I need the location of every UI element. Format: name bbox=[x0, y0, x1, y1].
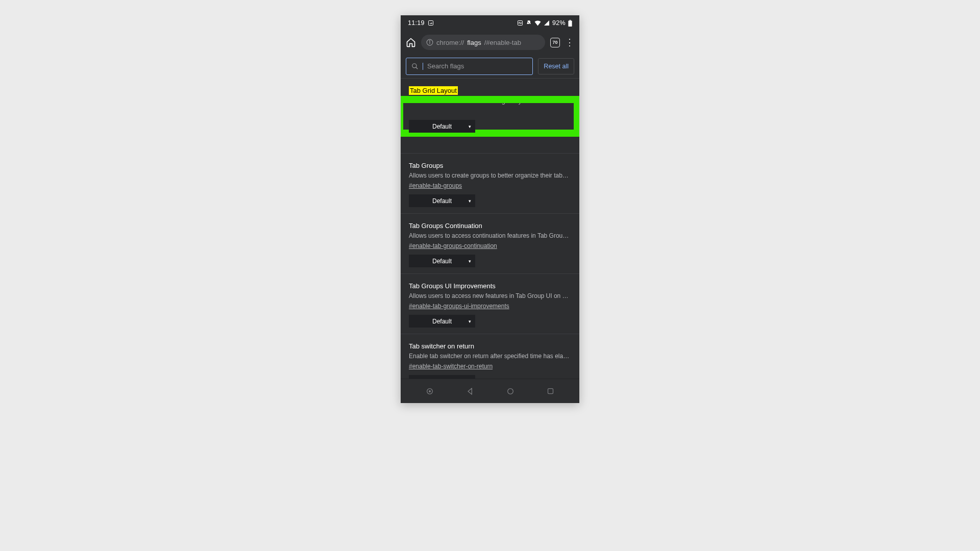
android-nav-bar bbox=[401, 379, 579, 403]
battery-icon bbox=[568, 20, 572, 27]
flag-anchor-link[interactable]: #enable-tab-groups bbox=[409, 182, 462, 189]
signal-icon bbox=[544, 20, 550, 26]
svg-rect-0 bbox=[428, 21, 433, 26]
svg-rect-13 bbox=[548, 389, 553, 394]
home-icon[interactable] bbox=[406, 37, 416, 47]
nav-overview-icon[interactable] bbox=[547, 387, 554, 395]
flag-item: Tab Grid Layout Allows users to see thei… bbox=[401, 79, 579, 154]
flag-title: Tab Groups UI Improvements bbox=[409, 282, 496, 290]
flag-item: Tab Groups Continuation Allows users to … bbox=[401, 214, 579, 274]
svg-point-8 bbox=[412, 63, 416, 67]
svg-point-11 bbox=[429, 390, 431, 392]
flag-select[interactable]: Default bbox=[409, 375, 475, 379]
flag-select[interactable]: Default bbox=[409, 255, 475, 267]
flag-item: Tab Groups UI Improvements Allows users … bbox=[401, 274, 579, 334]
flag-anchor-link[interactable]: #enable-tab-groups-continuation bbox=[409, 242, 497, 249]
flag-select[interactable]: Default bbox=[409, 315, 475, 328]
notifications-off-icon bbox=[526, 20, 532, 26]
url-bold: flags bbox=[467, 39, 481, 46]
battery-percent: 92% bbox=[552, 19, 566, 27]
reset-all-button[interactable]: Reset all bbox=[538, 58, 574, 74]
search-input[interactable]: Search flags bbox=[406, 58, 533, 75]
flag-title: Tab switcher on return bbox=[409, 342, 474, 350]
flag-anchor-link[interactable]: #enable-tab-switcher-on-return bbox=[409, 363, 493, 370]
flag-anchor-link[interactable]: #enable-tab-groups-ui-improvements bbox=[409, 303, 509, 310]
info-icon bbox=[426, 39, 433, 46]
flag-description: Enable tab switcher on return after spec… bbox=[409, 353, 571, 360]
flag-title: Tab Groups Continuation bbox=[409, 222, 482, 230]
status-bar: 11:19 92% bbox=[401, 15, 579, 31]
flags-search-row: Search flags Reset all bbox=[401, 54, 579, 79]
flag-select[interactable]: Default bbox=[409, 194, 475, 207]
search-icon bbox=[411, 63, 419, 70]
url-suffix: /#enable-tab bbox=[484, 39, 521, 46]
nav-home-icon[interactable] bbox=[506, 387, 514, 395]
flag-title: Tab Groups bbox=[409, 162, 443, 169]
status-time: 11:19 bbox=[408, 19, 425, 27]
flags-list[interactable]: Tab Grid Layout Allows users to see thei… bbox=[401, 79, 579, 379]
nfc-icon bbox=[517, 20, 523, 26]
flag-select[interactable]: Default bbox=[409, 120, 475, 133]
flag-item: Tab switcher on return Enable tab switch… bbox=[401, 334, 579, 379]
menu-icon[interactable]: ⋮ bbox=[565, 38, 574, 47]
url-prefix: chrome:// bbox=[436, 39, 464, 46]
browser-toolbar: chrome://flags/#enable-tab 70 ⋮ bbox=[401, 31, 579, 54]
flag-description: Allows users to access continuation feat… bbox=[409, 232, 571, 239]
nav-recent-icon[interactable] bbox=[426, 387, 434, 395]
flag-title: Tab Grid Layout bbox=[409, 86, 458, 95]
address-bar[interactable]: chrome://flags/#enable-tab bbox=[421, 35, 545, 50]
phone-frame: 11:19 92% bbox=[401, 15, 579, 403]
tab-count-badge[interactable]: 70 bbox=[550, 38, 560, 47]
svg-rect-3 bbox=[570, 20, 571, 20]
nav-back-icon[interactable] bbox=[466, 387, 474, 395]
svg-rect-4 bbox=[568, 20, 572, 27]
wifi-icon bbox=[534, 20, 541, 26]
search-placeholder: Search flags bbox=[427, 62, 464, 70]
flag-item: Tab Groups Allows users to create groups… bbox=[401, 154, 579, 214]
svg-line-9 bbox=[416, 67, 418, 69]
svg-point-7 bbox=[429, 41, 430, 41]
image-icon bbox=[428, 20, 434, 26]
flag-description: Allows users to access new features in T… bbox=[409, 292, 571, 299]
svg-point-12 bbox=[508, 388, 513, 394]
flag-description: Allows users to create groups to better … bbox=[409, 172, 571, 179]
flag-description: Allows users to see their tabs in a grid… bbox=[409, 97, 571, 105]
